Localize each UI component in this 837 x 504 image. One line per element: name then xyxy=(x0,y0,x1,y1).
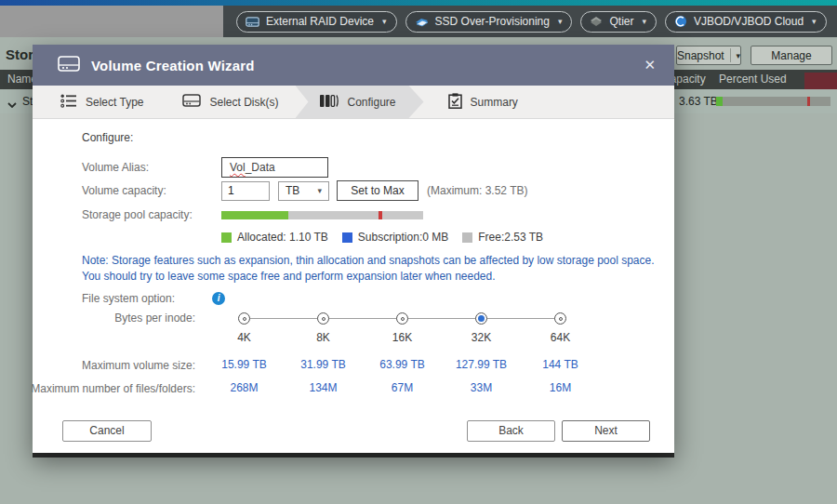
volume-capacity-label: Volume capacity: xyxy=(82,184,221,197)
file-system-option-label: File system option: xyxy=(82,292,175,305)
select-disks-icon xyxy=(182,94,201,110)
row-bar-marker xyxy=(807,97,810,106)
legend-subscription-label: Subscription:0 MB xyxy=(358,231,448,244)
dialog-header: Volume Creation Wizard ✕ xyxy=(33,45,674,86)
capacity-unit-value: TB xyxy=(286,184,299,197)
step-label: Select Disk(s) xyxy=(209,96,278,109)
configure-icon xyxy=(320,95,339,110)
manage-button[interactable]: Manage xyxy=(751,46,832,65)
percent-used-bar xyxy=(716,97,830,106)
max-files-value: 16M xyxy=(521,381,600,396)
storage-pool-capacity-label: Storage pool capacity: xyxy=(82,208,221,221)
alias-value-part1: Vol xyxy=(230,161,246,174)
ssd-over-provisioning-button[interactable]: SSD Over-Provisioning xyxy=(405,11,573,33)
capacity-maximum-note: (Maximum: 3.52 TB) xyxy=(427,184,527,197)
inode-option-4k[interactable] xyxy=(205,311,284,327)
qtier-button[interactable]: Qtier xyxy=(580,11,657,33)
volume-capacity-input[interactable] xyxy=(221,181,270,201)
volume-alias-input[interactable]: Vol_Data xyxy=(221,157,328,178)
volume-capacity-row: Volume capacity: TB Set to Max (Maximum:… xyxy=(82,180,651,201)
dialog-footer: Cancel Back Next xyxy=(33,408,674,453)
max-files-row: Maximum number of files/folders: 268M 13… xyxy=(82,381,651,396)
wizard-step-select-disks[interactable]: Select Disk(s) xyxy=(169,86,291,118)
back-button[interactable]: Back xyxy=(467,420,555,442)
max-volume-size-row: Maximum volume size: 15.99 TB 31.99 TB 6… xyxy=(82,358,651,373)
max-volume-size-label: Maximum volume size: xyxy=(82,359,195,372)
wizard-steps: Select Type Select Disk(s) Configure Sum… xyxy=(33,86,674,119)
legend-subscription: Subscription:0 MB xyxy=(342,231,448,244)
step-label: Summary xyxy=(471,96,518,109)
external-raid-label: External RAID Device xyxy=(266,15,374,28)
wizard-step-select-type[interactable]: Select Type xyxy=(47,86,156,118)
max-files-label: Maximum number of files/folders: xyxy=(31,382,195,395)
chevron-down-icon xyxy=(558,17,563,26)
external-raid-icon xyxy=(246,17,259,27)
tick-label: 32K xyxy=(442,331,521,344)
manage-label: Manage xyxy=(771,49,811,62)
radio-icon xyxy=(317,312,329,325)
wizard-step-configure[interactable]: Configure xyxy=(296,86,424,118)
row-name: St xyxy=(22,95,33,108)
max-files-value: 268M xyxy=(205,381,284,396)
max-volume-value: 144 TB xyxy=(521,358,600,373)
pool-bar-allocated xyxy=(221,211,288,219)
radio-icon xyxy=(554,312,566,325)
external-raid-device-button[interactable]: External RAID Device xyxy=(236,11,397,33)
qtier-icon xyxy=(590,16,603,27)
alias-value-part2: _Data xyxy=(246,161,275,174)
pool-bar-marker xyxy=(379,211,382,219)
dialog-body: Configure: Volume Alias: Vol_Data Volume… xyxy=(33,119,674,449)
ssd-over-provisioning-icon xyxy=(415,16,429,27)
inode-option-32k[interactable] xyxy=(442,311,521,327)
qtier-label: Qtier xyxy=(609,15,633,28)
low-space-note: Note: Storage features such as expansion… xyxy=(82,253,657,285)
tick-label: 64K xyxy=(521,331,600,344)
button-divider xyxy=(730,48,731,62)
max-files-value: 67M xyxy=(363,381,442,396)
radio-icon xyxy=(396,312,408,325)
legend-free: Free:2.53 TB xyxy=(462,231,543,244)
volume-alias-label: Volume Alias: xyxy=(82,161,221,174)
cancel-button[interactable]: Cancel xyxy=(62,420,152,442)
free-swatch xyxy=(462,232,472,243)
storage-pool-capacity-bar xyxy=(221,211,423,219)
expand-chevron-icon[interactable] xyxy=(7,98,17,111)
toolbar-dark-area: External RAID Device SSD Over-Provisioni… xyxy=(223,6,837,37)
chevron-down-icon xyxy=(382,17,387,26)
radio-icon xyxy=(238,312,250,325)
max-volume-value: 15.99 TB xyxy=(205,358,284,373)
step-label: Select Type xyxy=(86,96,143,109)
inode-option-16k[interactable] xyxy=(363,311,442,327)
file-system-option-row: File system option: i xyxy=(82,292,651,305)
bytes-per-inode-label: Bytes per inode: xyxy=(114,312,195,325)
screen: External RAID Device SSD Over-Provisioni… xyxy=(0,0,837,504)
info-icon[interactable]: i xyxy=(212,292,225,305)
close-icon[interactable]: ✕ xyxy=(638,55,661,75)
max-volume-value: 63.99 TB xyxy=(363,358,442,373)
wizard-step-summary[interactable]: Summary xyxy=(435,86,531,118)
inode-option-8k[interactable] xyxy=(284,311,363,327)
volume-icon xyxy=(58,56,80,74)
row-bar-green xyxy=(716,97,723,106)
dialog-bottom-shadow xyxy=(33,453,674,458)
set-to-max-button[interactable]: Set to Max xyxy=(337,180,418,201)
inode-tick-labels: 4K 8K 16K 32K 64K xyxy=(82,331,651,344)
tick-label: 4K xyxy=(205,331,284,344)
chevron-down-icon xyxy=(736,51,740,60)
storage-pool-capacity-row: Storage pool capacity: xyxy=(82,208,651,221)
max-files-value: 33M xyxy=(442,381,521,396)
snapshot-button[interactable]: Snapshot xyxy=(676,46,741,65)
max-volume-value: 127.99 TB xyxy=(442,358,521,373)
tick-label: 8K xyxy=(284,331,363,344)
capacity-unit-select[interactable]: TB xyxy=(278,181,329,201)
next-button[interactable]: Next xyxy=(562,420,650,442)
chevron-down-icon xyxy=(812,17,817,26)
toolbar: External RAID Device SSD Over-Provisioni… xyxy=(0,6,837,37)
max-files-value: 134M xyxy=(284,381,363,396)
snapshot-label: Snapshot xyxy=(677,49,724,62)
summary-icon xyxy=(448,93,462,112)
vjbod-cloud-label: VJBOD/VJBOD Cloud xyxy=(694,15,804,28)
vjbod-cloud-button[interactable]: VJBOD/VJBOD Cloud xyxy=(665,11,827,33)
inode-option-64k[interactable] xyxy=(521,311,600,327)
volume-creation-wizard-dialog: Volume Creation Wizard ✕ Select Type Sel… xyxy=(33,45,674,453)
